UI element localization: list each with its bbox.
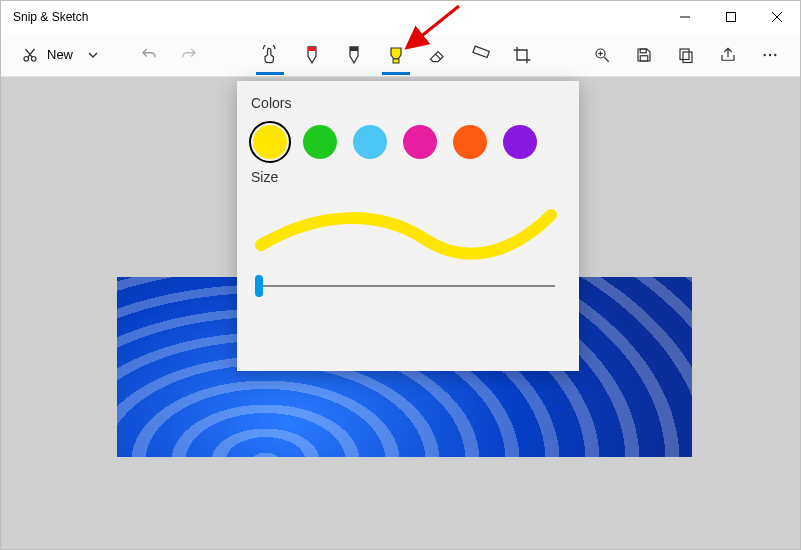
maximize-button[interactable]: [708, 1, 754, 33]
window-titlebar: Snip & Sketch: [1, 1, 800, 33]
svg-rect-17: [683, 52, 692, 63]
pencil-icon: [345, 45, 363, 65]
pencil-button[interactable]: [334, 35, 374, 75]
colors-heading: Colors: [251, 95, 565, 111]
color-swatch-magenta[interactable]: [403, 125, 437, 159]
copy-icon: [677, 46, 695, 64]
svg-point-19: [769, 53, 771, 55]
new-dropdown[interactable]: [79, 37, 107, 73]
svg-rect-9: [472, 46, 488, 57]
close-button[interactable]: [754, 1, 800, 33]
new-button[interactable]: New: [11, 37, 79, 73]
slider-track: [261, 285, 555, 287]
touch-writing-button[interactable]: [250, 35, 290, 75]
eraser-button[interactable]: [418, 35, 458, 75]
svg-rect-1: [727, 13, 736, 22]
touch-writing-icon: [260, 45, 280, 65]
highlighter-button[interactable]: [376, 35, 416, 75]
right-tools: [582, 35, 790, 75]
zoom-icon: [593, 46, 611, 64]
drawing-tools: [250, 35, 542, 75]
minimize-button[interactable]: [662, 1, 708, 33]
color-swatch-green[interactable]: [303, 125, 337, 159]
svg-rect-15: [640, 55, 648, 60]
chevron-down-icon: [87, 49, 99, 61]
new-label: New: [47, 47, 73, 62]
share-icon: [719, 46, 737, 64]
snip-icon: [21, 46, 39, 64]
svg-rect-8: [393, 59, 399, 63]
ruler-button[interactable]: [460, 35, 500, 75]
size-preview: [251, 195, 565, 265]
ruler-icon: [470, 45, 490, 65]
copy-button[interactable]: [666, 35, 706, 75]
save-button[interactable]: [624, 35, 664, 75]
size-slider[interactable]: [251, 271, 565, 301]
color-swatch-yellow[interactable]: [253, 125, 287, 159]
window-controls: [662, 1, 800, 33]
color-swatch-skyblue[interactable]: [353, 125, 387, 159]
slider-thumb[interactable]: [255, 275, 263, 297]
color-swatch-purple[interactable]: [503, 125, 537, 159]
svg-rect-14: [640, 49, 646, 53]
eraser-icon: [428, 45, 448, 65]
crop-icon: [512, 45, 532, 65]
svg-point-18: [764, 53, 766, 55]
svg-rect-7: [350, 47, 358, 51]
undo-button[interactable]: [129, 35, 169, 75]
app-title: Snip & Sketch: [13, 10, 88, 24]
svg-line-11: [604, 57, 609, 62]
main-toolbar: New: [1, 33, 800, 77]
save-icon: [635, 46, 653, 64]
ballpoint-pen-button[interactable]: [292, 35, 332, 75]
size-heading: Size: [251, 169, 565, 185]
redo-icon: [180, 46, 198, 64]
redo-button[interactable]: [169, 35, 209, 75]
svg-rect-6: [308, 47, 316, 51]
svg-rect-16: [680, 49, 689, 60]
more-icon: [761, 46, 779, 64]
pen-options-popup: Colors Size: [237, 81, 579, 371]
color-swatch-orange[interactable]: [453, 125, 487, 159]
zoom-button[interactable]: [582, 35, 622, 75]
ballpoint-pen-icon: [303, 45, 321, 65]
share-button[interactable]: [708, 35, 748, 75]
colors-row: [251, 121, 565, 167]
more-button[interactable]: [750, 35, 790, 75]
highlighter-icon: [386, 45, 406, 65]
crop-button[interactable]: [502, 35, 542, 75]
undo-icon: [140, 46, 158, 64]
svg-point-20: [774, 53, 776, 55]
